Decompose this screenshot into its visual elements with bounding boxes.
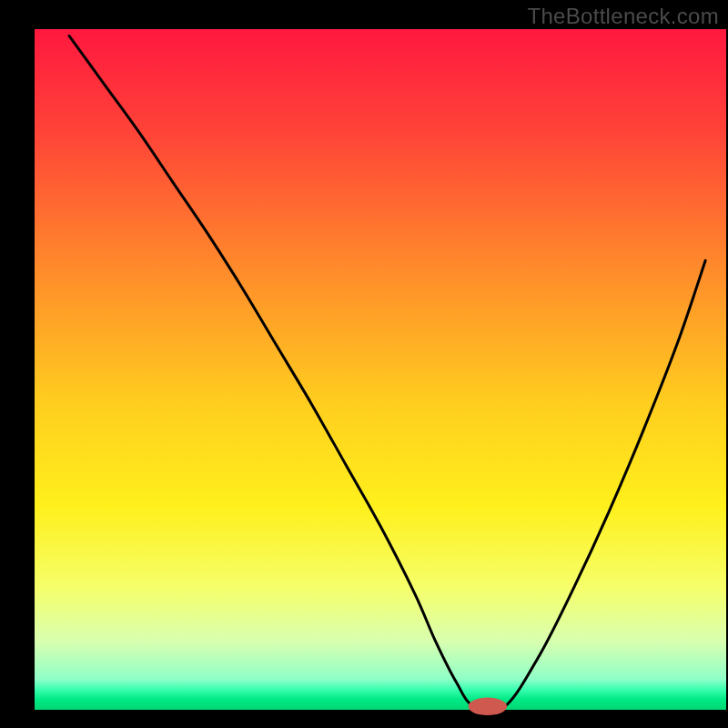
bottleneck-chart — [0, 0, 728, 728]
optimal-marker — [469, 698, 508, 715]
chart-canvas: TheBottleneck.com — [0, 0, 728, 728]
